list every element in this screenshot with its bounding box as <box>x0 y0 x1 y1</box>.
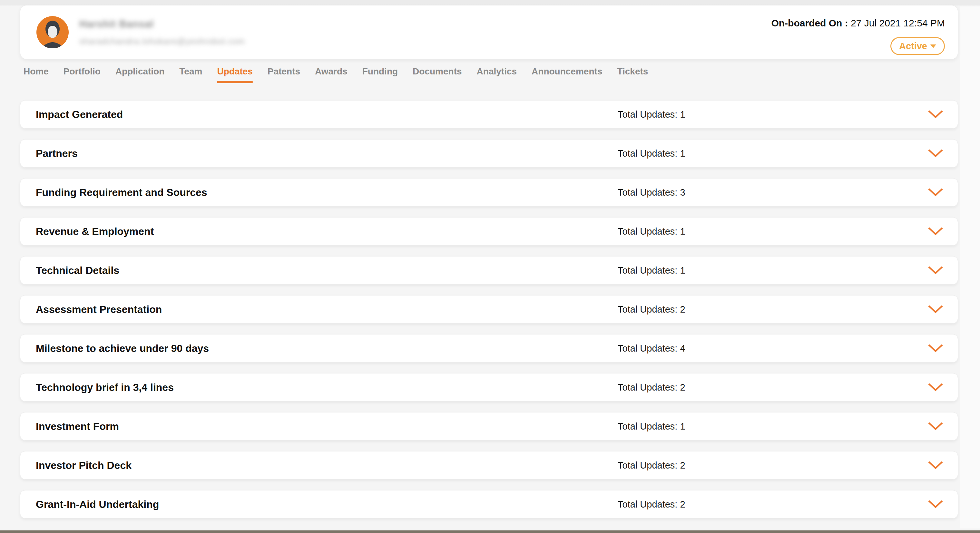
chevron-down-icon[interactable] <box>928 227 943 236</box>
accordion-row-technical-details[interactable]: Technical Details Total Updates: 1 <box>20 256 958 284</box>
accordion-row-investment-form[interactable]: Investment Form Total Updates: 1 <box>20 412 958 441</box>
tab-analytics[interactable]: Analytics <box>477 67 517 83</box>
section-title: Grant-In-Aid Undertaking <box>36 498 159 511</box>
section-title: Partners <box>36 148 78 160</box>
section-title: Investor Pitch Deck <box>36 460 132 471</box>
total-updates: Total Updates: 1 <box>618 109 686 120</box>
chevron-down-icon[interactable] <box>928 344 943 353</box>
tab-application[interactable]: Application <box>115 67 164 83</box>
onboarded-value: 27 Jul 2021 12:54 PM <box>851 18 945 29</box>
tab-funding[interactable]: Funding <box>362 67 398 83</box>
tab-awards[interactable]: Awards <box>315 67 347 83</box>
total-updates: Total Updates: 2 <box>618 304 686 315</box>
chevron-down-icon[interactable] <box>928 305 943 314</box>
onboarded-on: On-boarded On : 27 Jul 2021 12:54 PM <box>771 18 945 29</box>
section-title: Investment Form <box>36 420 119 433</box>
accordion-row-assessment-presentation[interactable]: Assessment Presentation Total Updates: 2 <box>20 295 958 324</box>
section-title: Funding Requirement and Sources <box>36 187 207 198</box>
total-updates: Total Updates: 1 <box>618 148 686 159</box>
accordion-row-impact-generated[interactable]: Impact Generated Total Updates: 1 <box>20 100 958 128</box>
accordion-row-grant-in-aid[interactable]: Grant-In-Aid Undertaking Total Updates: … <box>20 490 958 519</box>
tab-updates[interactable]: Updates <box>217 67 252 83</box>
section-title: Revenue & Employment <box>36 225 154 238</box>
caret-down-icon <box>931 44 936 48</box>
tab-team[interactable]: Team <box>179 67 202 83</box>
profile-header-card: Harshit Bansal sharadchandra.lohokare@ye… <box>20 5 958 59</box>
tab-tickets[interactable]: Tickets <box>617 67 648 83</box>
chevron-down-icon[interactable] <box>928 266 943 275</box>
nav-tabs: Home Portfolio Application Team Updates … <box>24 67 648 83</box>
section-title: Technical Details <box>36 265 119 276</box>
chevron-down-icon[interactable] <box>928 383 943 392</box>
chevron-down-icon[interactable] <box>928 188 943 197</box>
total-updates: Total Updates: 2 <box>618 460 686 471</box>
tab-documents[interactable]: Documents <box>413 67 461 83</box>
accordion-row-funding-requirement[interactable]: Funding Requirement and Sources Total Up… <box>20 178 958 206</box>
chevron-down-icon[interactable] <box>928 110 943 119</box>
total-updates: Total Updates: 1 <box>618 226 686 237</box>
onboarded-label: On-boarded On : <box>771 18 848 29</box>
right-gutter <box>960 6 980 528</box>
accordion-row-investor-pitch-deck[interactable]: Investor Pitch Deck Total Updates: 2 <box>20 451 958 479</box>
status-label: Active <box>899 41 927 52</box>
status-dropdown-button[interactable]: Active <box>890 37 945 55</box>
accordion-row-revenue-employment[interactable]: Revenue & Employment Total Updates: 1 <box>20 217 958 246</box>
total-updates: Total Updates: 4 <box>618 343 686 354</box>
page: Harshit Bansal sharadchandra.lohokare@ye… <box>0 0 980 533</box>
accordion-row-partners[interactable]: Partners Total Updates: 1 <box>20 139 958 168</box>
chevron-down-icon[interactable] <box>928 461 943 470</box>
accordion-row-milestone-90-days[interactable]: Milestone to achieve under 90 days Total… <box>20 334 958 363</box>
tab-patents[interactable]: Patents <box>267 67 300 83</box>
total-updates: Total Updates: 1 <box>618 421 686 432</box>
section-title: Assessment Presentation <box>36 303 162 316</box>
tab-announcements[interactable]: Announcements <box>531 67 602 83</box>
tab-home[interactable]: Home <box>24 67 49 83</box>
updates-accordion-list: Impact Generated Total Updates: 1 Partne… <box>20 100 958 529</box>
bottom-edge-bar <box>0 530 980 533</box>
accordion-row-technology-brief[interactable]: Technology brief in 3,4 lines Total Upda… <box>20 373 958 401</box>
chevron-down-icon[interactable] <box>928 500 943 509</box>
total-updates: Total Updates: 1 <box>618 265 686 276</box>
section-title: Milestone to achieve under 90 days <box>36 343 209 354</box>
total-updates: Total Updates: 3 <box>618 187 686 198</box>
chevron-down-icon[interactable] <box>928 149 943 158</box>
person-icon <box>37 16 68 48</box>
total-updates: Total Updates: 2 <box>618 382 686 393</box>
user-name: Harshit Bansal <box>79 18 154 30</box>
tab-portfolio[interactable]: Portfolio <box>64 67 100 83</box>
section-title: Technology brief in 3,4 lines <box>36 382 174 393</box>
user-email: sharadchandra.lohokare@yeshrobot.com <box>79 36 245 46</box>
total-updates: Total Updates: 2 <box>618 499 686 510</box>
chevron-down-icon[interactable] <box>928 422 943 431</box>
section-title: Impact Generated <box>36 109 123 121</box>
